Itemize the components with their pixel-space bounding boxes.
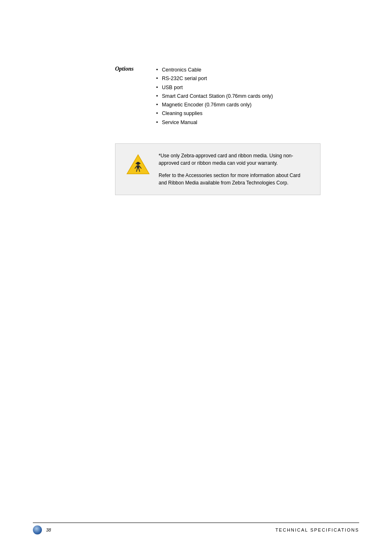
warning-icon — [126, 152, 150, 177]
options-list: Centronics CableRS-232C serial portUSB p… — [156, 66, 273, 127]
options-list-item: RS-232C serial port — [156, 74, 273, 83]
options-list-item: Smart Card Contact Station (0.76mm cards… — [156, 92, 273, 101]
options-list-item: Cleaning supplies — [156, 109, 273, 118]
notice-box: *Use only Zebra-approved card and ribbon… — [115, 143, 321, 195]
options-list-item: USB port — [156, 83, 273, 92]
svg-rect-3 — [137, 165, 139, 168]
footer-circle-icon — [33, 525, 42, 534]
footer-title: TECHNICAL SPECIFICATIONS — [275, 527, 359, 532]
footer-page-indicator: 38 — [33, 525, 51, 534]
options-label: Options — [115, 66, 148, 72]
options-list-item: Service Manual — [156, 118, 273, 127]
svg-rect-2 — [136, 163, 141, 164]
notice-paragraph-1: *Use only Zebra-approved card and ribbon… — [159, 152, 310, 167]
notice-paragraph-2: Refer to the Accessories section for mor… — [159, 172, 310, 187]
content-area: Options Centronics CableRS-232C serial p… — [115, 66, 359, 195]
footer: 38 TECHNICAL SPECIFICATIONS — [33, 523, 359, 534]
options-section: Options Centronics CableRS-232C serial p… — [115, 66, 359, 127]
options-list-item: Magnetic Encoder (0.76mm cards only) — [156, 101, 273, 109]
notice-text: *Use only Zebra-approved card and ribbon… — [159, 152, 310, 187]
footer-page-number: 38 — [46, 527, 51, 532]
page: Options Centronics CableRS-232C serial p… — [0, 0, 392, 555]
options-list-item: Centronics Cable — [156, 66, 273, 74]
